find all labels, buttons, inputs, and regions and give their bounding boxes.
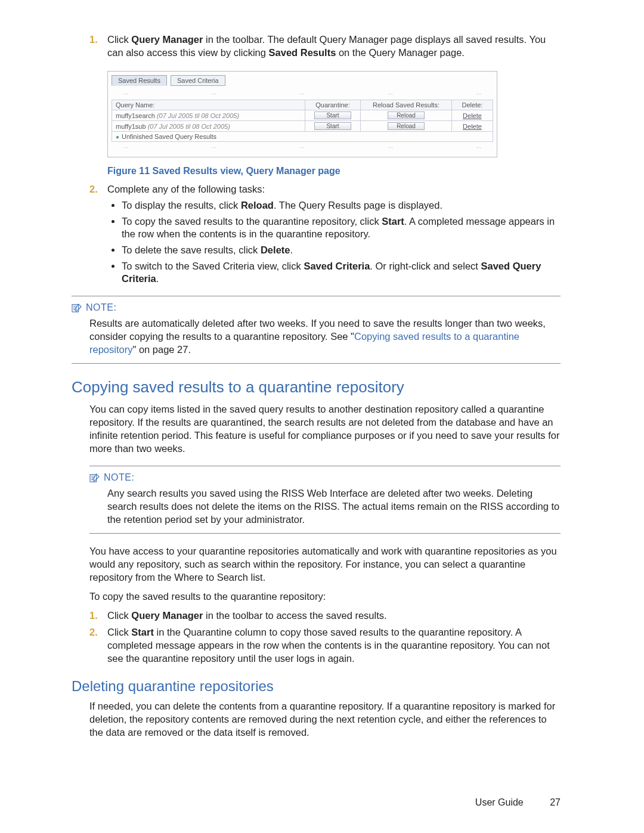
heading-deleting: Deleting quarantine repositories: [72, 678, 561, 695]
note-text: Any search results you saved using the R…: [107, 487, 561, 526]
table-row: muffy1sub (07 Jul 2005 til 08 Oct 2005) …: [112, 121, 493, 132]
reload-button[interactable]: Reload: [388, 122, 425, 130]
para-copying-intro: You can copy items listed in the saved q…: [89, 402, 561, 455]
table-header-row: Query Name: Quarantine: Reload Saved Res…: [112, 100, 493, 110]
heading-copying: Copying saved results to a quarantine re…: [72, 378, 561, 397]
delete-link[interactable]: Delete: [463, 112, 482, 119]
col-delete: Delete:: [452, 100, 493, 110]
delete-link[interactable]: Delete: [463, 123, 482, 130]
bullet-icon: ●: [116, 134, 122, 140]
copy-step-1: 1. Click Query Manager in the toolbar to…: [89, 609, 561, 622]
copy-step-1-num: 1.: [89, 609, 98, 622]
bullet-start: To copy the saved results to the quarant…: [122, 215, 561, 240]
note-label: NOTE:: [72, 302, 561, 313]
decorative-dots: ···············: [112, 91, 493, 97]
bullet-delete: To delete the save results, click Delete…: [122, 244, 561, 256]
start-button[interactable]: Start: [314, 122, 351, 130]
para-to-copy: To copy the saved results to the quarant…: [89, 590, 561, 603]
figure-saved-results: Saved Results Saved Criteria ···········…: [107, 71, 497, 157]
note-icon: [89, 473, 100, 482]
footer-label: User Guide: [475, 797, 524, 807]
table-row: muffy1search (07 Jul 2005 til 08 Oct 200…: [112, 110, 493, 121]
footer-page-number: 27: [550, 797, 561, 807]
para-access-quarantine: You have access to your quarantine repos…: [89, 544, 561, 584]
decorative-dots: ···············: [112, 144, 493, 151]
saved-results-table: Query Name: Quarantine: Reload Saved Res…: [112, 100, 493, 142]
col-query-name: Query Name:: [112, 100, 305, 110]
copy-step-2: 2. Click Start in the Quarantine column …: [89, 625, 561, 665]
copy-step-2-num: 2.: [89, 625, 98, 639]
step-1-num: 1.: [89, 33, 98, 46]
note-text: Results are automatically deleted after …: [89, 317, 561, 356]
step-2-lead: Complete any of the following tasks:: [107, 184, 265, 194]
tab-saved-results[interactable]: Saved Results: [112, 75, 167, 86]
table-row: ●Unfinished Saved Query Results: [112, 132, 493, 142]
step-1-text: Click Query Manager in the toolbar. The …: [107, 34, 546, 58]
note-block: NOTE: Any search results you saved using…: [89, 466, 561, 534]
para-deleting: If needed, you can delete the contents f…: [89, 699, 561, 739]
reload-button[interactable]: Reload: [388, 112, 425, 119]
page-footer: User Guide 27: [475, 797, 561, 808]
figure-caption: Figure 11 Saved Results view, Query Mana…: [107, 166, 561, 176]
start-button[interactable]: Start: [314, 112, 351, 119]
note-icon: [72, 303, 82, 312]
bullet-reload: To display the results, click Reload. Th…: [122, 199, 561, 212]
step-1: 1. Click Query Manager in the toolbar. T…: [89, 33, 561, 59]
note-block: NOTE: Results are automatically deleted …: [72, 296, 561, 364]
note-label: NOTE:: [89, 472, 561, 483]
step-2-num: 2.: [89, 182, 98, 196]
col-reload: Reload Saved Results:: [361, 100, 452, 110]
step-2: 2. Complete any of the following tasks: …: [89, 182, 561, 285]
tab-saved-criteria[interactable]: Saved Criteria: [171, 75, 225, 86]
bullet-saved-criteria: To switch to the Saved Criteria view, cl…: [122, 260, 561, 285]
col-quarantine: Quarantine:: [305, 100, 361, 110]
